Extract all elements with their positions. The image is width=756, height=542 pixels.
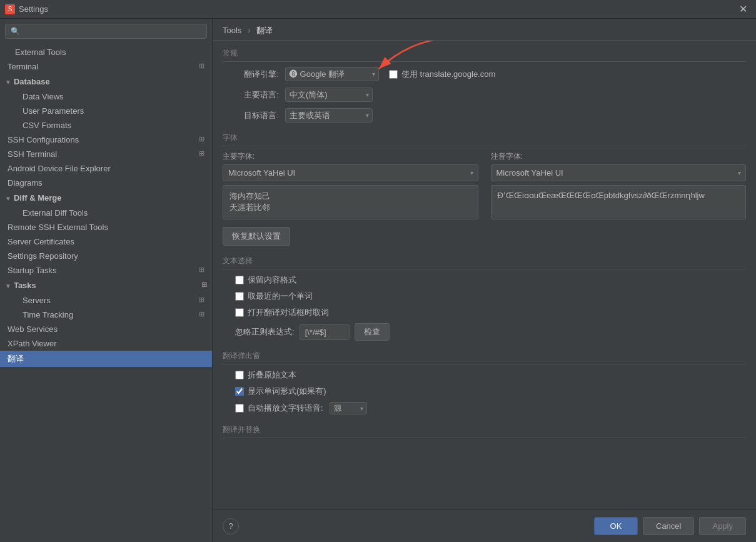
auto-play-label[interactable]: 自动播放文字转语音: xyxy=(248,403,323,414)
preserve-format-checkbox[interactable] xyxy=(235,276,244,284)
primary-lang-select[interactable]: 中文(简体) English xyxy=(285,88,373,102)
target-lang-select-wrapper: 主要或英语 English xyxy=(285,108,373,123)
help-button[interactable]: ? xyxy=(223,518,239,534)
servers-icon: ⊞ xyxy=(199,296,204,304)
panel-body: 常规 翻译引擎: 🅖 Google 翻译 Youdao 翻译 xyxy=(213,41,756,509)
use-google-label[interactable]: 使用 translate.google.com xyxy=(401,69,495,80)
bottom-bar: ? OK Cancel Apply xyxy=(213,509,756,542)
ssh-config-icon: ⊞ xyxy=(199,135,204,143)
phonetic-preview-text: ÐˈŒŒiɑɑuŒeæŒŒŒŒɑŒpbtdkgfvsz∂ðŒŒrzmnɳhljw xyxy=(498,191,705,200)
regex-input[interactable] xyxy=(300,324,350,340)
primary-lang-row: 主要语言: 中文(简体) English xyxy=(223,88,746,102)
sidebar-item-external-tools[interactable]: External Tools xyxy=(0,45,212,59)
sidebar-item-data-views[interactable]: Data Views xyxy=(0,89,212,104)
sidebar-item-diff-merge[interactable]: ▼Diff & Merge xyxy=(0,190,212,206)
auto-play-select[interactable]: 源 目标 xyxy=(330,402,367,414)
phonetic-font-group: 注音字体: Microsoft YaHei UI ÐˈŒŒiɑɑuŒeæŒŒŒŒ… xyxy=(491,151,747,219)
section-general-title: 常规 xyxy=(223,48,746,62)
sidebar-item-ssh-configurations[interactable]: SSH Configurations ⊞ xyxy=(0,133,212,147)
section-replace-title: 翻译并替换 xyxy=(223,424,746,438)
show-word-forms-label[interactable]: 显示单词形式(如果有) xyxy=(248,386,326,397)
primary-font-group: 主要字体: Microsoft YaHei UI 海内存知己天涯若比邻 xyxy=(223,151,478,219)
restore-defaults-button[interactable]: 恢复默认设置 xyxy=(223,227,290,246)
primary-font-select-wrapper: Microsoft YaHei UI xyxy=(223,164,478,181)
primary-font-select[interactable]: Microsoft YaHei UI xyxy=(223,164,478,181)
startup-tasks-icon: ⊞ xyxy=(199,266,204,274)
nearest-word-checkbox[interactable] xyxy=(235,292,244,301)
font-preview-right: ÐˈŒŒiɑɑuŒeæŒŒŒŒɑŒpbtdkgfvsz∂ðŒŒrzmnɳhljw xyxy=(491,185,747,219)
nearest-word-label[interactable]: 取最近的一个单词 xyxy=(248,291,313,302)
time-tracking-icon: ⊞ xyxy=(199,310,204,318)
section-replace: 翻译并替换 xyxy=(223,424,746,438)
breadcrumb-sep: › xyxy=(248,26,253,35)
engine-label: 翻译引擎: xyxy=(223,69,279,80)
section-general: 常规 翻译引擎: 🅖 Google 翻译 Youdao 翻译 xyxy=(223,48,746,123)
breadcrumb: Tools › 翻译 xyxy=(213,19,756,41)
text-selection-checkboxes: 保留内容格式 取最近的一个单词 打开翻译对话框时取词 xyxy=(235,274,746,318)
search-input[interactable] xyxy=(5,24,207,39)
sidebar-item-database[interactable]: ▼Database xyxy=(0,74,212,89)
sidebar-item-ssh-terminal[interactable]: SSH Terminal ⊞ xyxy=(0,147,212,161)
sidebar-item-settings-repository[interactable]: Settings Repository xyxy=(0,249,212,263)
target-lang-select[interactable]: 主要或英语 English xyxy=(285,108,373,123)
ok-button[interactable]: OK xyxy=(594,517,638,535)
tasks-icon: ⊞ xyxy=(201,281,207,289)
open-dialog-checkbox[interactable] xyxy=(235,308,244,317)
sidebar-item-external-diff-tools[interactable]: External Diff Tools xyxy=(0,206,212,220)
sidebar-item-servers[interactable]: Servers ⊞ xyxy=(0,293,212,308)
primary-lang-select-wrapper: 中文(简体) English xyxy=(285,88,373,102)
sidebar-item-xpath-viewer[interactable]: XPath Viewer xyxy=(0,336,212,351)
phonetic-font-select[interactable]: Microsoft YaHei UI xyxy=(491,164,747,181)
auto-play-checkbox[interactable] xyxy=(235,404,244,413)
phonetic-font-select-wrapper: Microsoft YaHei UI xyxy=(491,164,747,181)
section-text-selection-title: 文本选择 xyxy=(223,256,746,269)
sidebar-item-terminal[interactable]: Terminal ⊞ xyxy=(0,59,212,74)
font-preview-left: 海内存知己天涯若比邻 xyxy=(223,185,478,219)
show-word-forms-checkbox[interactable] xyxy=(235,387,244,396)
popup-checkboxes: 折叠原始文本 显示单词形式(如果有) 自动播放文字转语音: 源 目标 xyxy=(235,369,746,414)
font-preview-left-text: 海内存知己天涯若比邻 xyxy=(229,191,471,213)
open-dialog-label[interactable]: 打开翻译对话框时取词 xyxy=(248,307,329,318)
font-row: 主要字体: Microsoft YaHei UI 海内存知己天涯若比邻 注音字体… xyxy=(223,151,746,219)
use-google-checkbox[interactable] xyxy=(389,70,398,79)
sidebar-item-server-certificates[interactable]: Server Certificates xyxy=(0,234,212,249)
engine-select[interactable]: 🅖 Google 翻译 Youdao 翻译 xyxy=(285,67,379,81)
engine-control-group: 🅖 Google 翻译 Youdao 翻译 xyxy=(285,67,379,81)
section-text-selection: 文本选择 保留内容格式 取最近的一个单词 打开翻译对话框时取词 xyxy=(223,256,746,341)
sidebar-item-tasks[interactable]: ▼Tasks ⊞ xyxy=(0,278,212,293)
sidebar-list: External Tools Terminal ⊞ ▼Database Data… xyxy=(0,44,212,542)
show-word-forms-row: 显示单词形式(如果有) xyxy=(235,386,746,397)
sidebar-item-csv-formats[interactable]: CSV Formats xyxy=(0,118,212,133)
sidebar: External Tools Terminal ⊞ ▼Database Data… xyxy=(0,19,213,542)
sidebar-item-web-services[interactable]: Web Services xyxy=(0,322,212,336)
section-popup: 翻译弹出窗 折叠原始文本 显示单词形式(如果有) 自动播放文字转语音: xyxy=(223,351,746,414)
phonetic-font-label: 注音字体: xyxy=(491,151,747,162)
breadcrumb-current: 翻译 xyxy=(256,26,273,35)
section-font-title: 字体 xyxy=(223,133,746,146)
cancel-button[interactable]: Cancel xyxy=(643,517,694,535)
fold-original-checkbox[interactable] xyxy=(235,371,244,379)
diff-merge-arrow: ▼ xyxy=(5,195,11,202)
title-bar: S Settings ✕ xyxy=(0,0,756,19)
preserve-format-label[interactable]: 保留内容格式 xyxy=(248,274,296,286)
open-dialog-row: 打开翻译对话框时取词 xyxy=(235,307,746,318)
sidebar-item-remote-ssh[interactable]: Remote SSH External Tools xyxy=(0,220,212,234)
sidebar-item-time-tracking[interactable]: Time Tracking ⊞ xyxy=(0,308,212,322)
nearest-word-row: 取最近的一个单词 xyxy=(235,291,746,302)
target-lang-label: 目标语言: xyxy=(223,110,279,121)
window-title: Settings xyxy=(19,4,735,14)
sidebar-item-android-device[interactable]: Android Device File Explorer xyxy=(0,161,212,176)
database-collapse-arrow: ▼ xyxy=(5,79,11,86)
apply-button[interactable]: Apply xyxy=(699,517,746,535)
breadcrumb-parent: Tools xyxy=(223,26,241,35)
fold-original-row: 折叠原始文本 xyxy=(235,369,746,381)
sidebar-item-diagrams[interactable]: Diagrams xyxy=(0,176,212,190)
check-button[interactable]: 检查 xyxy=(355,323,390,341)
sidebar-item-user-parameters[interactable]: User Parameters xyxy=(0,104,212,118)
auto-play-select-wrapper: 源 目标 xyxy=(330,402,367,414)
close-button[interactable]: ✕ xyxy=(735,2,751,16)
fold-original-label[interactable]: 折叠原始文本 xyxy=(248,369,296,381)
main-content: External Tools Terminal ⊞ ▼Database Data… xyxy=(0,19,756,542)
sidebar-item-fanyi[interactable]: 翻译 xyxy=(0,351,212,367)
sidebar-item-startup-tasks[interactable]: Startup Tasks ⊞ xyxy=(0,263,212,278)
